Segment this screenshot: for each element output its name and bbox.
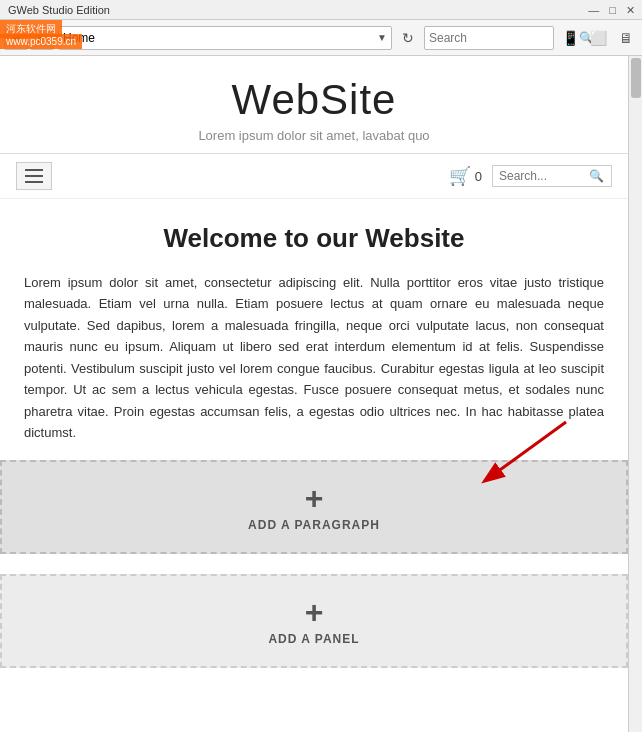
hamburger-line-1 (25, 169, 43, 171)
site-nav: 🛒 0 🔍 (0, 154, 628, 199)
cart-count: 0 (475, 169, 482, 184)
site-title: WebSite (20, 76, 608, 124)
browser-search-input[interactable] (429, 31, 579, 45)
cart-icon: 🛒 (449, 165, 471, 187)
refresh-button[interactable]: ↻ (396, 26, 420, 50)
add-panel-block[interactable]: + ADD A PANEL (0, 574, 628, 668)
site-title-part2: Site (320, 76, 396, 123)
site-search-icon[interactable]: 🔍 (589, 169, 604, 183)
address-bar-wrap[interactable]: ▼ (58, 26, 392, 50)
site-tagline: Lorem ipsum dolor sit amet, lavabat quo (20, 128, 608, 143)
site-search-wrap[interactable]: 🔍 (492, 165, 612, 187)
address-input[interactable] (63, 31, 377, 45)
welcome-section: Welcome to our Website (0, 199, 628, 262)
cart-area[interactable]: 🛒 0 (449, 165, 482, 187)
hamburger-line-3 (25, 181, 43, 183)
add-paragraph-label: ADD A PARAGRAPH (22, 518, 606, 532)
hamburger-button[interactable] (16, 162, 52, 190)
website-preview: WebSite Lorem ipsum dolor sit amet, lava… (0, 56, 628, 668)
scrollbar-thumb[interactable] (631, 58, 641, 98)
page-content: WebSite Lorem ipsum dolor sit amet, lava… (0, 56, 628, 732)
close-button[interactable]: ✕ (623, 4, 638, 17)
minimize-button[interactable]: — (585, 4, 602, 16)
mobile-view-icon[interactable]: 📱 (558, 26, 582, 50)
content-wrapper: WebSite Lorem ipsum dolor sit amet, lava… (0, 56, 642, 732)
hamburger-line-2 (25, 175, 43, 177)
site-header: WebSite Lorem ipsum dolor sit amet, lava… (0, 56, 628, 154)
maximize-button[interactable]: □ (606, 4, 619, 16)
add-paragraph-block[interactable]: + ADD A PARAGRAPH (0, 460, 628, 554)
title-bar: GWeb Studio Edition — □ ✕ (0, 0, 642, 20)
add-paragraph-icon: + (22, 482, 606, 514)
address-dropdown-icon[interactable]: ▼ (377, 32, 387, 43)
browser-toolbar: ◀ ▶ ▼ ↻ 🔍 📱 ⬜ 🖥 (0, 20, 642, 56)
window-controls: — □ ✕ (585, 0, 638, 20)
forward-button[interactable]: ▶ (30, 26, 54, 50)
app-title: GWeb Studio Edition (8, 4, 110, 16)
add-panel-icon: + (22, 596, 606, 628)
site-title-part1: Web (232, 76, 321, 123)
cart-search-area: 🛒 0 🔍 (449, 165, 612, 187)
site-search-input[interactable] (499, 169, 589, 183)
lorem-text: Lorem ipsum dolor sit amet, consectetur … (24, 272, 604, 444)
view-icons: 📱 ⬜ 🖥 (558, 26, 638, 50)
add-panel-label: ADD A PANEL (22, 632, 606, 646)
lorem-section: Lorem ipsum dolor sit amet, consectetur … (0, 262, 628, 460)
search-bar-wrap[interactable]: 🔍 (424, 26, 554, 50)
block-spacer (0, 554, 628, 574)
tablet-view-icon[interactable]: ⬜ (586, 26, 610, 50)
nav-buttons: ◀ ▶ (4, 26, 54, 50)
welcome-title: Welcome to our Website (24, 223, 604, 254)
scrollbar-right[interactable] (628, 56, 642, 732)
desktop-view-icon[interactable]: 🖥 (614, 26, 638, 50)
back-button[interactable]: ◀ (4, 26, 28, 50)
